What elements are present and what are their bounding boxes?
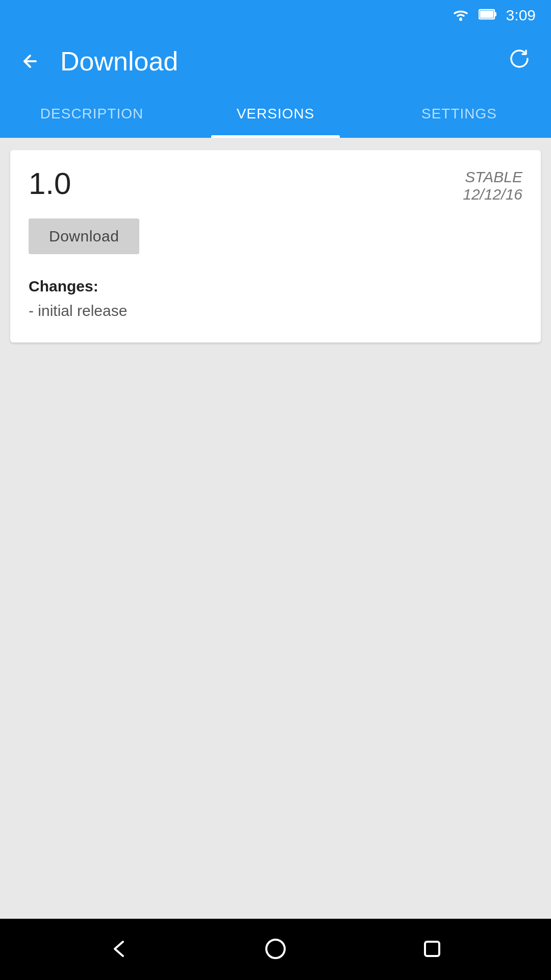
version-number: 1.0 <box>29 168 71 199</box>
card-header: 1.0 STABLE 12/12/16 <box>29 168 522 203</box>
nav-home-icon <box>264 938 287 962</box>
app-bar: Download <box>0 31 551 92</box>
tab-description[interactable]: DESCRIPTION <box>0 92 184 138</box>
app-bar-left: Download <box>15 46 178 77</box>
nav-recents-button[interactable] <box>412 928 453 971</box>
changes-section: Changes: - initial release <box>29 278 522 322</box>
wifi-icon <box>452 7 469 23</box>
tab-bar: DESCRIPTION VERSIONS SETTINGS <box>0 92 551 138</box>
tab-settings[interactable]: SETTINGS <box>367 92 551 138</box>
version-date: 12/12/16 <box>463 186 522 203</box>
nav-home-button[interactable] <box>254 927 297 972</box>
changes-label: Changes: <box>29 278 522 295</box>
svg-point-4 <box>266 940 285 958</box>
changes-item: - initial release <box>29 299 522 322</box>
svg-point-0 <box>459 18 462 21</box>
nav-bar <box>0 919 551 980</box>
tab-versions[interactable]: VERSIONS <box>184 92 367 138</box>
status-bar: 3:09 <box>0 0 551 31</box>
svg-rect-2 <box>480 11 493 18</box>
version-meta: STABLE 12/12/16 <box>463 168 522 203</box>
svg-rect-3 <box>494 12 496 16</box>
status-icons: 3:09 <box>452 7 536 24</box>
status-time: 3:09 <box>506 7 536 24</box>
refresh-button[interactable] <box>503 42 536 81</box>
nav-back-button[interactable] <box>98 928 139 971</box>
battery-icon <box>479 8 497 22</box>
svg-rect-5 <box>425 942 439 956</box>
download-button[interactable]: Download <box>29 218 139 254</box>
nav-recents-icon <box>422 939 442 961</box>
app-title: Download <box>60 46 178 77</box>
nav-back-icon <box>109 939 129 961</box>
version-card: 1.0 STABLE 12/12/16 Download Changes: - … <box>10 150 541 342</box>
back-button[interactable] <box>15 46 45 76</box>
version-stability: STABLE <box>463 168 522 186</box>
content-area: 1.0 STABLE 12/12/16 Download Changes: - … <box>0 138 551 355</box>
